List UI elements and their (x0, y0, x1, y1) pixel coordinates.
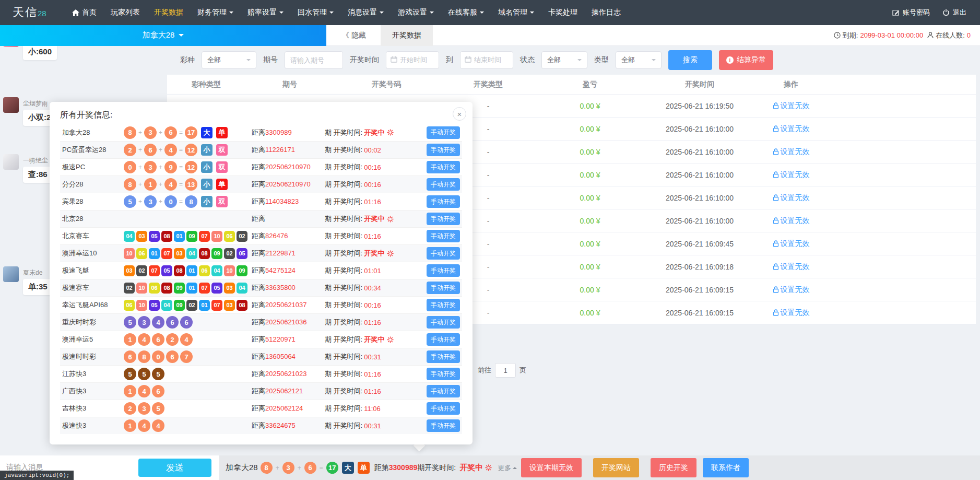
draw-row-1: PC蛋蛋幸运282+6+4=12小双距离11226171期 开奖时间: 00:0… (60, 141, 462, 158)
manual-draw-button[interactable]: 手动开奖 (427, 230, 460, 242)
manual-draw-button[interactable]: 手动开奖 (427, 333, 460, 346)
manual-draw-button[interactable]: 手动开奖 (427, 299, 460, 311)
distance-label: 距离 (252, 146, 265, 154)
nav-item-3[interactable]: 财务管理 (197, 8, 233, 17)
manual-draw-button[interactable]: 手动开奖 (427, 213, 460, 225)
cell-draw-time: 2025-06-21 16:09:18 (642, 263, 757, 271)
set-invalid-link[interactable]: 设置无效 (757, 262, 825, 272)
close-icon[interactable]: × (453, 107, 466, 121)
distance-value: 20250621037 (265, 301, 307, 309)
chat-message-bubble[interactable]: 查:86 (23, 167, 53, 183)
set-invalid-link[interactable]: 设置无效 (757, 216, 825, 226)
number-ball: 3 (144, 161, 157, 173)
settle-abnormal-button[interactable]: i 结算异常 (719, 50, 773, 70)
plus-sign: + (138, 129, 142, 136)
send-button[interactable]: 发送 (138, 459, 211, 477)
set-invalid-link[interactable]: 设置无效 (757, 285, 825, 295)
draw-distance: 距离51220971 (252, 335, 325, 344)
number-ball: 3 (138, 402, 150, 415)
manual-draw-button[interactable]: 手动开奖 (427, 419, 460, 432)
nav-right-item-1[interactable]: 退出 (942, 8, 966, 17)
page-number-input[interactable] (495, 363, 516, 378)
cell-draw-time: 2025-06-21 16:10:00 (642, 194, 757, 202)
status-select[interactable]: 全部 (541, 51, 587, 69)
number-ball: 09 (237, 265, 247, 276)
set-invalid-label: 设置无效 (781, 262, 810, 272)
manual-draw-button[interactable]: 手动开奖 (427, 161, 460, 173)
type-select[interactable]: 全部 (616, 51, 662, 69)
nav-right-item-0[interactable]: 账号密码 (892, 8, 930, 17)
draw-website-button[interactable]: 开奖网站 (593, 458, 639, 477)
number-ball: 05 (211, 283, 222, 294)
table-header-cell: 期号 (245, 80, 334, 89)
nav-item-11[interactable]: 操作日志 (592, 8, 621, 17)
set-invalid-link[interactable]: 设置无效 (757, 170, 825, 180)
manual-draw-button[interactable]: 手动开奖 (427, 402, 460, 415)
time-filter-label: 开奖时间 (350, 55, 379, 65)
set-issue-invalid-button[interactable]: 设置本期无效 (521, 458, 582, 477)
manual-draw-button[interactable]: 手动开奖 (427, 144, 460, 156)
number-ball: 04 (124, 231, 135, 242)
distance-label: 距离 (252, 353, 265, 360)
nav-item-2[interactable]: 开奖数据 (154, 8, 183, 17)
set-invalid-link[interactable]: 设置无效 (757, 124, 825, 134)
nav-item-8[interactable]: 在线客服 (448, 8, 484, 17)
end-time-input[interactable]: 结束时间 (460, 51, 513, 69)
distance-label: 距离 (252, 387, 265, 395)
tab-draw-data[interactable]: 开奖数据 (381, 25, 433, 46)
chat-message-bubble[interactable]: 小:600 (23, 44, 57, 60)
nav-item-7[interactable]: 游戏设置 (398, 8, 434, 17)
filter-bar: 彩种 全部 期号 开奖时间 开始时间 到 结束时间 状态 全部 类型 全部 搜索… (180, 50, 773, 70)
manual-draw-button[interactable]: 手动开奖 (427, 178, 460, 191)
avatar[interactable] (3, 266, 19, 282)
more-label: 更多 (498, 463, 511, 473)
set-invalid-link[interactable]: 设置无效 (757, 239, 825, 249)
nav-item-4[interactable]: 赔率设置 (247, 8, 284, 17)
game-selector-button[interactable]: 加拿大28 (0, 25, 326, 46)
manual-draw-button[interactable]: 手动开奖 (427, 368, 460, 380)
avatar[interactable] (3, 97, 19, 113)
equals-sign: = (179, 181, 183, 188)
edit-icon (892, 9, 900, 16)
nav-item-0[interactable]: 首页 (72, 8, 97, 17)
nav-item-1[interactable]: 玩家列表 (111, 8, 140, 17)
nav-item-10[interactable]: 卡奖处理 (548, 8, 577, 17)
chat-message-bubble[interactable]: 单:35 (23, 279, 53, 295)
more-toggle[interactable]: 更多 (498, 463, 517, 473)
start-time-input[interactable]: 开始时间 (386, 51, 439, 69)
set-invalid-label: 设置无效 (781, 239, 810, 249)
avatar[interactable] (3, 154, 19, 170)
number-ball: 08 (237, 300, 247, 311)
manual-draw-button[interactable]: 手动开奖 (427, 282, 460, 294)
draw-countdown: 期 开奖时间: 开奖中 (325, 335, 427, 344)
manual-draw-button[interactable]: 手动开奖 (427, 316, 460, 329)
countdown-value: 00:34 (364, 284, 381, 292)
nav-item-6[interactable]: 消息设置 (348, 8, 384, 17)
draw-countdown: 期 开奖时间: 00:31 (325, 421, 427, 430)
nav-item-5[interactable]: 回水管理 (298, 8, 334, 17)
contact-author-button[interactable]: 联系作者 (703, 458, 749, 477)
expire-label: 到期: (843, 31, 858, 40)
number-ball: 02 (124, 283, 135, 294)
manual-draw-button[interactable]: 手动开奖 (427, 264, 460, 277)
manual-draw-button[interactable]: 手动开奖 (427, 247, 460, 260)
manual-draw-button[interactable]: 手动开奖 (427, 126, 460, 139)
manual-draw-button[interactable]: 手动开奖 (427, 195, 460, 208)
lottery-select[interactable]: 全部 (202, 51, 256, 69)
draw-distance: 距离3300989 (252, 128, 325, 137)
manual-draw-button[interactable]: 手动开奖 (427, 350, 460, 363)
manual-draw-button[interactable]: 手动开奖 (427, 385, 460, 397)
plus-sign: + (159, 163, 162, 171)
nav-item-9[interactable]: 域名管理 (498, 8, 534, 17)
search-button[interactable]: 搜索 (668, 50, 712, 70)
hide-panel-button[interactable]: 《 隐藏 (342, 31, 366, 40)
set-invalid-link[interactable]: 设置无效 (757, 193, 825, 203)
set-invalid-link[interactable]: 设置无效 (757, 147, 825, 157)
issue-input[interactable] (285, 51, 343, 69)
countdown-label: 期 开奖时间: (325, 266, 362, 275)
number-ball: 3 (144, 195, 157, 208)
set-invalid-link[interactable]: 设置无效 (757, 308, 825, 318)
draw-countdown: 期 开奖时间: 01:16 (325, 369, 427, 379)
set-invalid-link[interactable]: 设置无效 (757, 101, 825, 111)
history-draw-button[interactable]: 历史开奖 (651, 458, 696, 477)
